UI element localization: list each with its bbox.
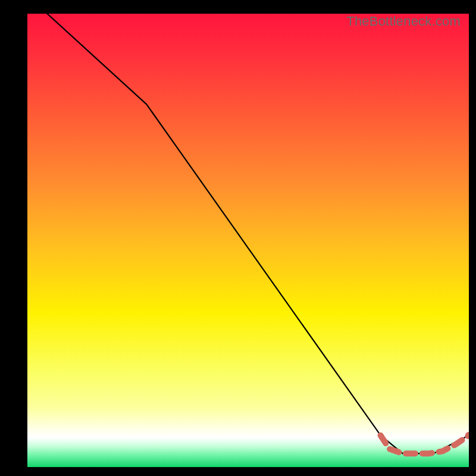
chart-frame: TheBottleneck.com [27,14,469,467]
watermark-label: TheBottleneck.com [346,14,461,29]
gradient-plot-area [27,14,469,467]
bottleneck-chart [27,14,469,467]
